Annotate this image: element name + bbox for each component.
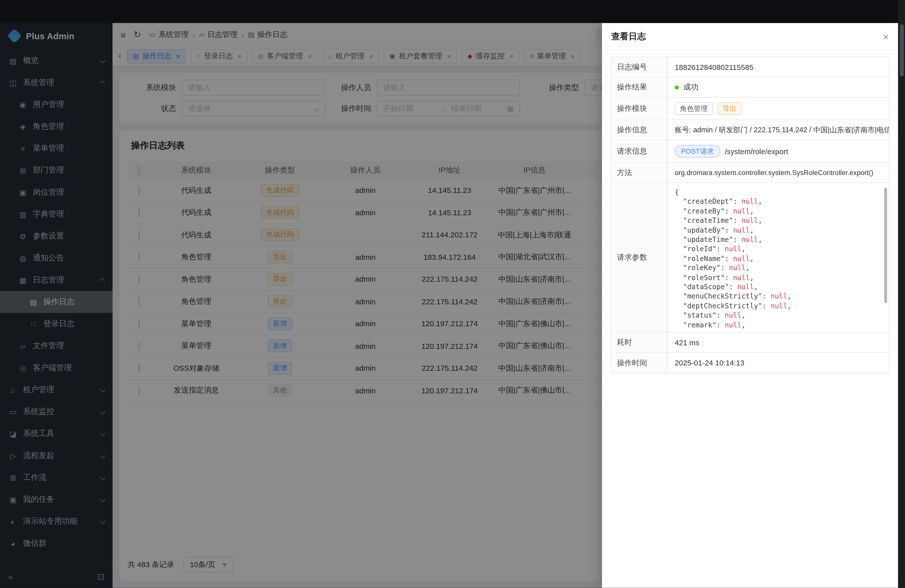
params-value: { "createDept": null, "createBy": null, … xyxy=(668,183,889,332)
json-comma: , xyxy=(788,302,792,310)
info-value: 账号: admin / 研发部门 / 222.175.114.242 / 中国|… xyxy=(668,120,889,140)
code-line: "roleKey": null, xyxy=(675,264,882,273)
json-colon: : xyxy=(725,226,733,234)
window-scrollbar[interactable] xyxy=(898,0,905,588)
post-method-badge: POST请求 xyxy=(675,145,720,158)
json-colon: : xyxy=(733,236,741,244)
row-module: 操作模块 角色管理导出 xyxy=(611,98,889,120)
params-label: 请求参数 xyxy=(611,183,668,332)
json-colon: : xyxy=(716,245,725,253)
json-null-value: null xyxy=(770,302,787,310)
module-tags: 角色管理导出 xyxy=(668,98,889,119)
json-key: "menuCheckStrictly" xyxy=(675,292,762,300)
module-tag: 导出 xyxy=(718,102,741,115)
code-line: "roleName": null, xyxy=(675,254,882,264)
result-label: 操作结果 xyxy=(611,78,668,97)
row-info: 操作信息 账号: admin / 研发部门 / 222.175.114.242 … xyxy=(611,120,889,140)
log-id-label: 日志编号 xyxy=(611,57,668,77)
screen: Plus Admin ▤概览◫系统管理◉用户管理◈角色管理≡菜单管理⊞部门管理▣… xyxy=(0,0,905,588)
json-comma: , xyxy=(741,311,746,319)
json-key: "roleKey" xyxy=(675,264,721,272)
json-comma: , xyxy=(750,207,754,215)
json-colon: : xyxy=(716,311,725,319)
row-time: 操作时间 2025-01-24 10:14:13 xyxy=(611,353,889,373)
result-value: 成功 xyxy=(668,78,889,97)
json-null-value: null xyxy=(741,236,758,244)
json-colon: : xyxy=(721,264,729,272)
code-line: "createTime": null, xyxy=(675,216,882,226)
drawer-body: 日志编号 1882612840802115585 操作结果 成功 操作模块 角色… xyxy=(602,51,898,588)
json-colon: : xyxy=(733,198,741,206)
row-params: 请求参数 { "createDept": null, "createBy": n… xyxy=(611,183,889,333)
view-log-drawer: 查看日志 × 日志编号 1882612840802115585 操作结果 成功 … xyxy=(602,23,898,588)
success-dot-icon xyxy=(675,85,679,89)
row-log-id: 日志编号 1882612840802115585 xyxy=(611,57,889,77)
json-comma: , xyxy=(758,198,762,206)
drawer-title: 查看日志 xyxy=(611,31,646,42)
row-duration: 耗时 421 ms xyxy=(611,332,889,353)
method-label: 方法 xyxy=(611,163,668,182)
code-line: "updateTime": null, xyxy=(675,235,882,245)
time-label: 操作时间 xyxy=(611,353,668,373)
json-null-value: null xyxy=(733,273,749,281)
json-key: "deptCheckStrictly" xyxy=(675,302,762,310)
module-label: 操作模块 xyxy=(611,98,668,119)
duration-label: 耗时 xyxy=(611,332,668,352)
code-line: "dataScope": null, xyxy=(675,283,882,292)
method-value: org.dromara.system.controller.system.Sys… xyxy=(668,163,889,182)
drawer-header: 查看日志 × xyxy=(602,23,898,51)
json-comma: , xyxy=(750,273,754,281)
json-colon: : xyxy=(725,207,733,215)
json-null-value: null xyxy=(733,226,749,234)
json-null-value: null xyxy=(725,321,741,329)
code-scrollbar[interactable] xyxy=(884,188,887,303)
request-value: POST请求 /system/role/export xyxy=(668,140,889,162)
request-path: /system/role/export xyxy=(725,147,788,156)
json-comma: , xyxy=(750,254,754,262)
params-json-code[interactable]: { "createDept": null, "createBy": null, … xyxy=(668,183,889,332)
json-null-value: null xyxy=(770,292,787,300)
json-key: "createBy" xyxy=(675,207,725,215)
code-line: "updateBy": null, xyxy=(675,226,882,235)
json-key: "roleName" xyxy=(675,254,725,262)
info-label: 操作信息 xyxy=(611,120,668,140)
json-key: "dataScope" xyxy=(675,283,729,291)
close-icon[interactable]: × xyxy=(883,32,889,42)
json-key: "roleId" xyxy=(675,245,716,253)
json-colon: : xyxy=(762,302,770,310)
json-key: "roleSort" xyxy=(675,273,725,281)
duration-value: 421 ms xyxy=(668,332,889,352)
time-value: 2025-01-24 10:14:13 xyxy=(668,353,889,373)
window-scrollbar-thumb[interactable] xyxy=(899,24,903,76)
json-key: "createTime" xyxy=(675,216,733,224)
row-request: 请求信息 POST请求 /system/role/export xyxy=(611,140,889,163)
json-colon: : xyxy=(729,283,737,291)
json-comma: , xyxy=(750,226,754,234)
request-label: 请求信息 xyxy=(611,140,668,162)
json-colon: : xyxy=(716,321,725,329)
json-null-value: null xyxy=(725,311,741,319)
code-line: "roleId": null, xyxy=(675,245,882,254)
json-comma: , xyxy=(758,216,762,224)
code-line: "roleSort": null, xyxy=(675,273,882,283)
json-colon: : xyxy=(725,254,733,262)
json-comma: , xyxy=(741,245,746,253)
json-comma: , xyxy=(746,264,750,272)
json-comma: , xyxy=(758,236,762,244)
json-null-value: null xyxy=(725,245,741,253)
code-line: { xyxy=(675,188,882,197)
json-comma: , xyxy=(754,283,758,291)
json-key: "status" xyxy=(675,311,716,319)
code-line: "remark": null, xyxy=(675,320,882,330)
json-null-value: null xyxy=(741,198,758,206)
result-text: 成功 xyxy=(683,82,699,92)
json-null-value: null xyxy=(733,207,749,215)
code-line: "deptCheckStrictly": null, xyxy=(675,301,882,311)
json-null-value: null xyxy=(733,254,749,262)
json-comma: , xyxy=(788,292,792,300)
json-colon: : xyxy=(733,216,741,224)
json-key: "remark" xyxy=(675,321,716,329)
json-null-value: null xyxy=(737,283,754,291)
json-key: "updateTime" xyxy=(675,236,733,244)
log-detail-table: 日志编号 1882612840802115585 操作结果 成功 操作模块 角色… xyxy=(611,57,889,373)
